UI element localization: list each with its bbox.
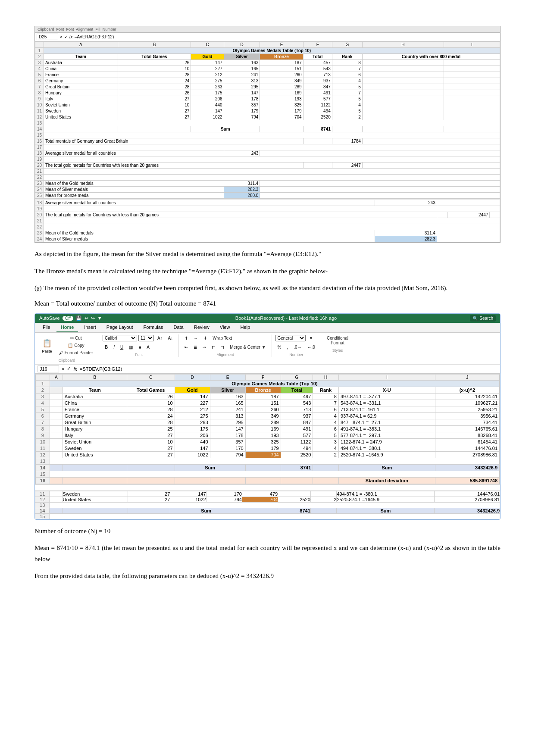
prose-1: As depicted in the figure, the mean for … bbox=[34, 249, 501, 260]
table-row: 9Italy272061781935775577-874.1 = -297.18… bbox=[36, 432, 500, 438]
tab-insert[interactable]: Insert bbox=[80, 323, 100, 332]
indent-decrease-button[interactable]: ⇇ bbox=[210, 344, 217, 351]
alignment-group: ⬆ ↔ ⬇ Wrap Text ⇤ ≣ ⇥ ⇇ ⇉ Merge & Center… bbox=[182, 334, 272, 357]
font-shrink-button[interactable]: A↓ bbox=[166, 334, 175, 342]
comma-button[interactable]: , bbox=[285, 344, 290, 351]
bold-button[interactable]: B bbox=[103, 344, 110, 351]
align-center-button[interactable]: ≣ bbox=[191, 344, 199, 351]
table-row: 8Hungary261751471694917 bbox=[35, 90, 500, 96]
decrease-decimal-button[interactable]: ←.0 bbox=[305, 344, 317, 351]
table-row: 11 Sweden 27 147 170 479 494-874.1 = -38… bbox=[35, 491, 500, 497]
underline-button[interactable]: U bbox=[118, 344, 125, 351]
table-row: 7Great Britain282632952898475 bbox=[35, 84, 500, 90]
tab-home[interactable]: Home bbox=[56, 323, 78, 332]
prose-4: Number of outcome (N) = 10 bbox=[34, 526, 501, 537]
table-row: 12United States271022794704252022520-874… bbox=[36, 451, 500, 458]
number-group: General ▼ % , .0→ ←.0 Number bbox=[275, 334, 321, 357]
font-group: Calibri 11 A↑ A↓ B I U ▦ ■ A Font bbox=[103, 334, 179, 357]
align-bottom-button[interactable]: ⬇ bbox=[201, 334, 209, 342]
paste-button[interactable]: 📋 bbox=[38, 337, 56, 349]
cell-ref-display: D25 bbox=[37, 34, 58, 40]
font-name-select[interactable]: Calibri bbox=[103, 335, 137, 341]
percent-button[interactable]: % bbox=[275, 344, 284, 351]
ribbon-tab-bar: File Home Insert Page Layout Formulas Da… bbox=[35, 323, 500, 333]
table-row: 4China102271651515437543-874.1 = -331.11… bbox=[36, 400, 500, 406]
table-row: 6Germany242753133499374937-874.1 = 62.93… bbox=[36, 412, 500, 419]
table-row: 4China102271651515437 bbox=[35, 66, 500, 72]
conditional-format-button[interactable]: ConditionalFormat bbox=[325, 334, 350, 347]
formula-bar-row: J16 × ✓ fx =STDEV.P(G3:G12) bbox=[35, 365, 500, 374]
top-ss-table: A B C D E F G H I 1 Olympic Games Medals… bbox=[35, 41, 500, 199]
align-right-button[interactable]: ⇥ bbox=[200, 344, 208, 351]
autosave-toggle[interactable]: Off bbox=[63, 316, 73, 321]
tab-page-layout[interactable]: Page Layout bbox=[102, 323, 138, 332]
top-spreadsheet: Clipboard Font Font Alignment Fill Numbe… bbox=[34, 26, 501, 243]
prose-2: The Bronze medal's mean is calculated us… bbox=[34, 266, 501, 277]
tab-file[interactable]: File bbox=[38, 323, 55, 332]
tab-view[interactable]: View bbox=[216, 323, 235, 332]
merge-center-button[interactable]: Merge & Center ▼ bbox=[228, 344, 268, 351]
table-row: 6Germany242753133499374 bbox=[35, 78, 500, 84]
excel-window: AutoSave Off 💾 ↩ ↪ ▼ Book1(AutoRecovered… bbox=[34, 313, 501, 520]
prose-3: (χ) The mean of the provided collection … bbox=[34, 283, 501, 294]
table-row: 8Hungary251751471694916491-874.1 = -383.… bbox=[36, 425, 500, 432]
autosave-label: AutoSave bbox=[39, 316, 60, 321]
search-area[interactable]: 🔍 Search bbox=[470, 315, 496, 322]
align-left-button[interactable]: ⇤ bbox=[182, 344, 190, 351]
font-grow-button[interactable]: A↑ bbox=[155, 334, 165, 342]
fill-color-button[interactable]: ■ bbox=[136, 344, 143, 351]
copy-button[interactable]: 📋 Copy bbox=[57, 342, 95, 349]
table-row: 3Australia261471631874578 bbox=[35, 60, 500, 66]
font-color-button[interactable]: A bbox=[144, 344, 152, 351]
search-icon: 🔍 bbox=[472, 316, 478, 321]
prose-5: Mean = 8741/10 = 874.1 (the let mean be … bbox=[34, 543, 501, 565]
border-button[interactable]: ▦ bbox=[127, 344, 135, 351]
table-row: 9Italy272061781935775 bbox=[35, 96, 500, 102]
window-title: Book1(AutoRecovered) - Last Modified: 16… bbox=[102, 316, 470, 321]
increase-decimal-button[interactable]: .0→ bbox=[291, 344, 303, 351]
paste-label: Paste bbox=[42, 349, 52, 353]
tab-data[interactable]: Data bbox=[169, 323, 188, 332]
clipboard-group: 📋 Paste ✂ Cut 📋 Copy 🖌 Format Painter Cl… bbox=[38, 334, 99, 362]
ribbon-body: 📋 Paste ✂ Cut 📋 Copy 🖌 Format Painter Cl… bbox=[35, 333, 500, 365]
number-format-select[interactable]: General bbox=[275, 335, 306, 341]
formula-bar: D25 × ✓ fx =AVERAGE(F3:F12) bbox=[35, 33, 500, 41]
wrap-text-button[interactable]: Wrap Text bbox=[210, 334, 234, 342]
number-format-expand[interactable]: ▼ bbox=[307, 334, 316, 342]
clipboard-label: Clipboard bbox=[59, 358, 75, 362]
ribbon-titlebar: AutoSave Off 💾 ↩ ↪ ▼ Book1(AutoRecovered… bbox=[35, 314, 500, 323]
formula-content[interactable]: =STDEV.P(G3:G12) bbox=[80, 366, 497, 372]
prose-6: From the provided data table, the follow… bbox=[34, 571, 501, 582]
font-group-label: Font bbox=[135, 353, 143, 357]
tab-help[interactable]: Help bbox=[236, 323, 254, 332]
table-row: 12 United States 27 1022 794 704 2520 2 … bbox=[35, 497, 500, 502]
table-row: 7Great Britain282632952898474847 - 874.1… bbox=[36, 419, 500, 425]
alignment-label: Alignment bbox=[216, 353, 234, 357]
tab-review[interactable]: Review bbox=[190, 323, 214, 332]
table-row: 12United States27102279470425202 bbox=[35, 114, 500, 120]
format-painter-button[interactable]: 🖌 Format Painter bbox=[57, 349, 95, 356]
indent-increase-button[interactable]: ⇉ bbox=[219, 344, 226, 351]
align-top-button[interactable]: ⬆ bbox=[182, 334, 190, 342]
align-middle-button[interactable]: ↔ bbox=[191, 334, 200, 342]
formula-cell-ref[interactable]: J16 bbox=[38, 366, 59, 372]
styles-group: ConditionalFormat Styles bbox=[325, 334, 354, 353]
table-row: 11Sweden271471791794945 bbox=[35, 108, 500, 114]
excel-bottom-repeat: 11 Sweden 27 147 170 479 494-874.1 = -38… bbox=[35, 490, 500, 519]
mean-equation: Mean = Total outcome/ number of outcome … bbox=[34, 300, 501, 307]
tab-formulas[interactable]: Formulas bbox=[139, 323, 168, 332]
ss-titlebar: Clipboard Font Font Alignment Fill Numbe… bbox=[35, 26, 500, 33]
table-row: 11Sweden271471701794944494-874.1 = -380.… bbox=[36, 445, 500, 451]
table-row: 10Soviet Union10440357325112231122-874.1… bbox=[36, 438, 500, 445]
font-size-select[interactable]: 11 bbox=[138, 335, 154, 341]
table-row: 10Soviet Union1044035732511224 bbox=[35, 102, 500, 108]
italic-button[interactable]: I bbox=[111, 344, 117, 351]
table-row: 5France282122412607136 bbox=[35, 72, 500, 78]
table-row: 3Australia261471631874978497-874.1 = -37… bbox=[36, 393, 500, 400]
table-row: 5France282122412607136713-874.1= -161.12… bbox=[36, 406, 500, 412]
top-ss-repeat-table: 18 Average silver medal for all countrie… bbox=[35, 200, 500, 242]
excel-main-table: A B C D E F G H I J 1 Olympic Games Meda… bbox=[35, 374, 500, 484]
styles-label: Styles bbox=[332, 348, 343, 353]
number-label: Number bbox=[289, 353, 303, 357]
cut-button[interactable]: ✂ Cut bbox=[57, 334, 95, 342]
